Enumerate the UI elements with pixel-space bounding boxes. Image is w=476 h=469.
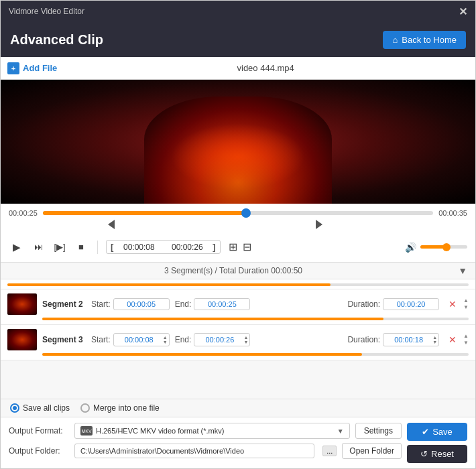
save-all-radio[interactable] [10,403,19,413]
segment-start-display: 00:00:05 [113,298,170,310]
fire-glow [171,123,305,190]
spinner-up[interactable]: ▲ [163,335,168,340]
add-clip-button[interactable]: ⊞ [229,241,237,253]
reset-label: Reset [431,449,454,459]
reset-icon: ↺ [420,449,428,459]
segment-end-value: 00:00:26 [196,336,243,344]
volume-bar[interactable] [420,245,467,249]
segment-end-value: 00:00:25 [196,300,248,308]
format-value: H.265/HEVC MKV video format (*.mkv) [96,427,224,435]
segment-delete-button[interactable]: ✕ [449,334,457,345]
segment-row: Segment 2 Start: 00:00:05 End: 00:00:25 … [1,289,475,325]
split-clip-button[interactable]: ⊟ [243,241,251,253]
segment-progress-bar [42,353,469,356]
seek-thumb[interactable] [241,208,251,218]
segment-progress-fill [42,353,362,356]
add-file-button[interactable]: + Add File [7,62,57,74]
segment-start-group: Start: 00:00:08 ▲ ▼ [91,333,170,346]
seek-fill [43,211,246,215]
current-file-name: video 444.mp4 [237,63,294,73]
seek-bar[interactable] [43,211,433,215]
segment-delete-button[interactable]: ✕ [449,299,457,310]
segment-start-group: Start: 00:00:05 [91,298,170,310]
separator-1 [97,241,98,254]
move-up-button[interactable]: ▲ [463,297,469,304]
seek-section: 00:00:25 00:00:35 [1,204,475,232]
move-down-button[interactable]: ▼ [463,304,469,311]
stop-button[interactable]: ■ [73,239,89,255]
segment-label: Segment 3 [42,335,86,344]
merge-radio[interactable] [80,403,90,413]
add-file-icon: + [7,62,19,74]
trim-handle-right[interactable] [316,220,322,229]
spinner-up[interactable]: ▲ [243,335,248,340]
toolbar: + Add File video 444.mp4 [1,57,475,80]
spinner-down[interactable]: ▼ [432,340,437,344]
volume-icon: 🔊 [405,242,416,253]
segment-progress-partial [7,283,469,286]
time-out-input[interactable] [164,243,210,252]
start-label: Start: [91,335,111,344]
segment-progress-bar [42,318,469,320]
move-down-button[interactable]: ▼ [463,340,469,346]
start-spinner[interactable]: ▲ ▼ [163,335,168,344]
trim-handle-left[interactable] [108,220,115,229]
bracket-in[interactable]: [ [111,242,113,252]
step-forward-button[interactable]: ⏭ [30,239,46,255]
move-up-button[interactable]: ▲ [463,333,469,340]
spinner-up[interactable]: ▲ [432,335,437,340]
save-all-label: Save all clips [23,403,70,413]
segment-move-buttons: ▲ ▼ [463,297,469,310]
save-button[interactable]: ✔ Save [407,423,467,441]
close-button[interactable]: ✕ [459,5,467,18]
play-button[interactable]: ▶ [9,239,25,255]
segment-duration-input[interactable]: 00:00:18 ▲ ▼ [383,333,439,346]
format-icon: MKV [80,426,93,436]
save-all-clips-option[interactable]: Save all clips [10,403,70,413]
back-to-home-label: Back to Home [402,35,457,45]
segments-count: 3 Segment(s) / Total Duration 00:00:50 [9,266,458,275]
settings-button[interactable]: Settings [355,423,402,439]
segment-end-input[interactable]: 00:00:26 ▲ ▼ [194,333,250,346]
volume-thumb[interactable] [442,243,451,251]
main-window: Vidmore Video Editor ✕ Advanced Clip ⌂ B… [0,0,476,469]
duration-spinner[interactable]: ▲ ▼ [432,335,437,344]
folder-label: Output Folder: [9,446,69,456]
end-label: End: [175,335,192,344]
spinner-down[interactable]: ▼ [163,340,168,344]
merge-option[interactable]: Merge into one file [80,403,160,413]
time-in-input[interactable] [116,243,162,252]
bracket-out[interactable]: ] [213,242,215,252]
output-folder-row: Output Folder: C:\Users\Administrator\Do… [9,443,402,459]
frame-step-button[interactable]: [▶] [52,239,68,255]
bottom-output-action: Output Format: MKV H.265/HEVC MKV video … [9,423,467,463]
page-title: Advanced Clip [10,32,103,48]
segment-start-value: 00:00:08 [115,336,163,344]
end-spinner[interactable]: ▲ ▼ [243,335,248,344]
segments-list: Segment 2 Start: 00:00:05 End: 00:00:25 … [1,279,475,399]
back-to-home-button[interactable]: ⌂ Back to Home [383,31,466,49]
segment-duration-value: 00:00:20 [383,298,439,310]
open-folder-button[interactable]: Open Folder [342,443,402,459]
duration-text: 00:00:20 [385,300,437,308]
segment-start-input[interactable]: 00:00:08 ▲ ▼ [113,333,170,346]
video-frame [1,80,475,204]
segment-move-buttons: ▲ ▼ [463,333,469,346]
segments-dropdown[interactable]: ▼ [458,265,467,276]
browse-folder-button[interactable]: ... [322,446,337,456]
video-preview [1,80,475,204]
segment-row-top: Segment 2 Start: 00:00:05 End: 00:00:25 … [7,293,469,315]
output-format-row: Output Format: MKV H.265/HEVC MKV video … [9,423,402,439]
segment-end-display: 00:00:25 [194,298,250,310]
save-check-icon: ✔ [422,427,429,437]
segment-duration-group: Duration: 00:00:20 [347,298,439,310]
add-file-label: Add File [23,63,57,73]
segment-duration-group: Duration: 00:00:18 ▲ ▼ [347,333,439,346]
spinner-down[interactable]: ▼ [243,340,248,344]
folder-path: C:\Users\Administrator\Documents\Vidmore… [80,447,244,455]
folder-input: C:\Users\Administrator\Documents\Vidmore… [74,444,314,458]
format-select[interactable]: MKV H.265/HEVC MKV video format (*.mkv) … [74,423,350,439]
segment-progress-fill-partial [7,283,331,286]
reset-button[interactable]: ↺ Reset [407,445,467,463]
clip-icons: ⊞ ⊟ [229,241,251,253]
